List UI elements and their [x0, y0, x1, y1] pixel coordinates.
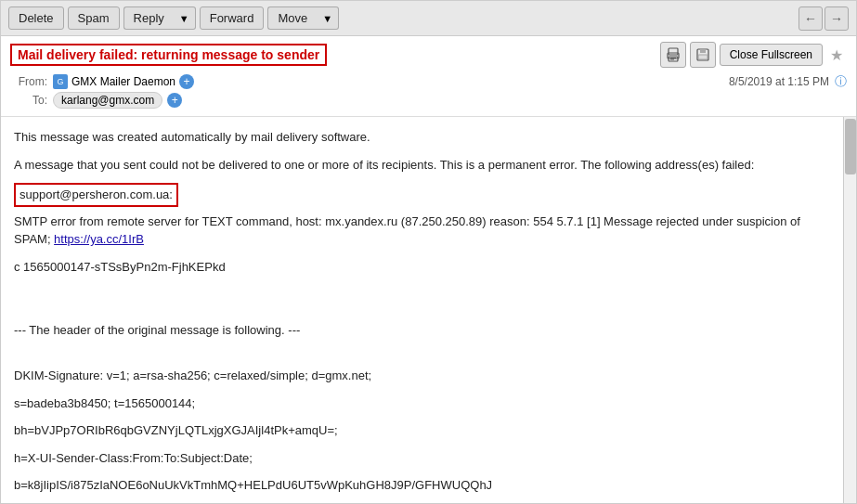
reply-dropdown[interactable]: ▼	[174, 6, 196, 30]
scrollbar-thumb[interactable]	[845, 119, 856, 174]
add-recipient-button[interactable]: +	[167, 93, 182, 108]
svg-rect-0	[669, 48, 678, 55]
email-container: Delete Spam Reply ▼ Forward Move ▼ ← → M…	[0, 0, 857, 504]
reply-button[interactable]: Reply	[123, 6, 174, 30]
toolbar-right: ← →	[799, 6, 849, 31]
svg-rect-6	[700, 49, 706, 53]
svg-rect-4	[670, 59, 674, 60]
move-group: Move ▼	[267, 6, 339, 30]
save-icon	[695, 47, 710, 62]
toolbar: Delete Spam Reply ▼ Forward Move ▼ ← →	[1, 1, 856, 36]
separator: --- The header of the original message i…	[14, 321, 830, 340]
to-row: To: karlang@gmx.com +	[10, 92, 847, 109]
from-name: GMX Mailer Daemon	[71, 75, 175, 88]
timestamp: 8/5/2019 at 1:15 PM	[729, 75, 829, 88]
subject-row: Mail delivery failed: returning message …	[10, 42, 847, 68]
spam-link[interactable]: https://ya.cc/1IrB	[54, 232, 144, 246]
email-header: Mail delivery failed: returning message …	[1, 36, 856, 117]
scrollbar[interactable]	[843, 117, 856, 503]
reply-group: Reply ▼	[123, 6, 196, 30]
to-label: To:	[10, 94, 47, 107]
info-icon[interactable]: ⓘ	[835, 73, 847, 90]
move-dropdown[interactable]: ▼	[317, 6, 339, 30]
forward-button[interactable]: Forward	[200, 6, 265, 30]
smtp-error: SMTP error from remote server for TEXT c…	[14, 213, 830, 249]
header-top-right: Close Fullscreen ★	[660, 42, 847, 68]
toolbar-left: Delete Spam Reply ▼ Forward Move ▼	[8, 6, 339, 30]
from-label: From:	[10, 75, 47, 88]
to-address: karlang@gmx.com	[53, 92, 162, 109]
svg-rect-3	[670, 58, 676, 58]
body-para1: This message was created automatically b…	[14, 128, 830, 147]
body-para2: A message that you sent could not be del…	[14, 156, 830, 174]
svg-rect-7	[698, 55, 708, 59]
email-body: This message was created automatically b…	[1, 117, 843, 503]
h-line: h=X-UI-Sender-Class:From:To:Subject:Date…	[14, 449, 830, 468]
nav-arrows: ← →	[799, 6, 849, 31]
prev-arrow[interactable]: ←	[799, 6, 823, 31]
highlighted-email: support@persheron.com.ua:	[14, 183, 178, 207]
from-value: G GMX Mailer Daemon +	[53, 74, 194, 89]
add-sender-button[interactable]: +	[179, 74, 194, 89]
close-fullscreen-button[interactable]: Close Fullscreen	[720, 44, 823, 66]
bh-line: bh=bVJPp7ORIbR6qbGVZNYjLQTLxjgXGJAIjl4tP…	[14, 421, 830, 440]
from-row: From: G GMX Mailer Daemon + 8/5/2019 at …	[10, 73, 847, 90]
sender-avatar: G	[53, 74, 68, 89]
print-icon	[666, 47, 681, 62]
delete-button[interactable]: Delete	[8, 6, 64, 30]
b-line: b=k8jIipIS/i875zIaNOE6oNuUkVkTmhMQ+HELPd…	[14, 476, 830, 495]
move-button[interactable]: Move	[267, 6, 317, 30]
star-button[interactable]: ★	[826, 45, 847, 65]
s-line: s=badeba3b8450; t=1565000144;	[14, 394, 830, 413]
dkim-line: DKIM-Signature: v=1; a=rsa-sha256; c=rel…	[14, 367, 830, 385]
subject-title: Mail delivery failed: returning message …	[10, 44, 327, 66]
spam-button[interactable]: Spam	[68, 6, 120, 30]
print-button[interactable]	[660, 42, 686, 68]
tracking-id: c 1565000147-sTSsByPn2m-FjhKEPkd	[14, 258, 830, 277]
save-button[interactable]	[690, 42, 716, 68]
next-arrow[interactable]: →	[825, 6, 849, 31]
email-body-wrapper: This message was created automatically b…	[1, 117, 856, 503]
